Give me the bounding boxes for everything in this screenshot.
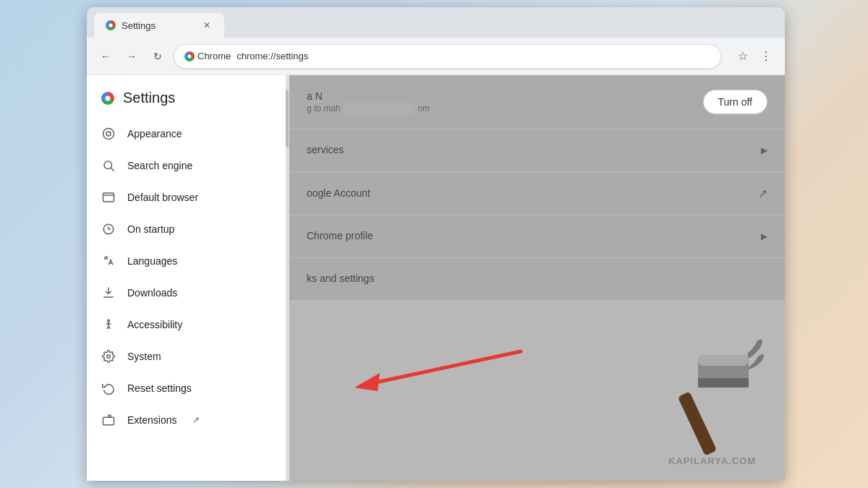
settings-sidebar: Settings Appearance: [87, 75, 289, 481]
system-icon: [101, 349, 116, 364]
extensions-icon: [101, 413, 116, 427]
services-row[interactable]: services ▶: [289, 129, 785, 172]
tab-title: Settings: [122, 20, 156, 31]
svg-point-9: [108, 320, 110, 322]
appearance-icon: [101, 127, 116, 141]
chrome-profile-arrow-icon: ▶: [761, 231, 767, 241]
main-content-panel: a N g to mah om Turn off services ▶ oogl…: [289, 75, 785, 481]
svg-point-10: [107, 355, 111, 359]
address-input-box[interactable]: Chrome chrome://settings: [174, 44, 721, 69]
url-display: chrome://settings: [237, 51, 710, 61]
sidebar-item-default-browser[interactable]: Default browser: [87, 181, 283, 213]
sidebar-item-downloads[interactable]: Downloads: [87, 277, 283, 309]
turn-off-button[interactable]: Turn off: [703, 90, 767, 114]
svg-rect-13: [698, 355, 749, 366]
chrome-profile-row[interactable]: Chrome profile ▶: [289, 215, 785, 258]
sidebar-item-appearance[interactable]: Appearance: [87, 118, 283, 150]
sidebar-header: Settings: [87, 75, 289, 118]
active-tab[interactable]: Settings ✕: [94, 13, 224, 38]
appearance-label: Appearance: [127, 128, 182, 140]
sidebar-scrollbar[interactable]: [286, 75, 289, 481]
extensions-label: Extensions: [127, 414, 176, 426]
address-bar: ← → ↻ Chrome chrome://settings ☆ ⋮: [87, 38, 785, 75]
sidebar-item-accessibility[interactable]: Accessibility: [87, 309, 283, 341]
settings-title: Settings: [123, 90, 175, 106]
svg-rect-4: [103, 193, 114, 202]
downloads-label: Downloads: [127, 287, 177, 299]
svg-point-1: [106, 132, 111, 136]
languages-label: Languages: [127, 255, 177, 267]
chrome-icon: [184, 51, 195, 61]
sidebar-item-system[interactable]: System: [87, 341, 283, 372]
svg-marker-16: [354, 373, 380, 391]
google-account-title: oogle Account: [307, 187, 758, 199]
google-account-row[interactable]: oogle Account ↗: [289, 172, 785, 215]
sync-sub: g to mah om: [307, 103, 703, 114]
accessibility-label: Accessibility: [127, 319, 182, 330]
svg-line-15: [369, 351, 521, 384]
forward-button[interactable]: →: [122, 46, 142, 67]
bookmark-button[interactable]: ☆: [733, 46, 753, 67]
search-engine-label: Search engine: [127, 160, 192, 171]
sidebar-item-languages[interactable]: Languages: [87, 245, 283, 277]
reset-settings-icon: [101, 381, 116, 395]
hammer-illustration: [655, 333, 770, 466]
chrome-menu-button[interactable]: ⋮: [756, 46, 776, 67]
google-account-text: oogle Account: [307, 187, 758, 200]
chrome-profile-title: Chrome profile: [307, 230, 761, 241]
tab-bar: Settings ✕: [87, 7, 785, 38]
default-browser-label: Default browser: [127, 192, 198, 203]
chrome-profile-text: Chrome profile: [307, 230, 761, 243]
browser-window: Settings ✕ ← → ↻ Chrome chrome://setting…: [87, 7, 785, 481]
svg-line-3: [111, 168, 114, 171]
scrollbar-thumb: [286, 90, 289, 147]
address-bar-actions: ☆ ⋮: [733, 46, 776, 67]
red-arrow-annotation: [326, 337, 528, 405]
tab-close-button[interactable]: ✕: [201, 20, 213, 31]
default-browser-icon: [101, 190, 116, 205]
sync-row: a N g to mah om Turn off: [289, 75, 785, 129]
sync-title: a N: [307, 90, 703, 102]
extensions-external-icon: ↗: [192, 415, 200, 425]
svg-rect-14: [698, 378, 749, 388]
browser-content: Settings Appearance: [87, 75, 785, 481]
reset-settings-label: Reset settings: [127, 382, 192, 394]
services-arrow-icon: ▶: [761, 145, 767, 155]
downloads-icon: [101, 286, 116, 300]
search-icon: [101, 158, 116, 173]
settings-chrome-icon: [101, 92, 114, 105]
system-label: System: [127, 351, 161, 362]
sync-text: a N g to mah om: [307, 90, 703, 114]
reload-button[interactable]: ↻: [148, 46, 168, 67]
bookmarks-settings-text: ks and settings: [307, 273, 767, 286]
sidebar-item-search-engine[interactable]: Search engine: [87, 150, 283, 181]
languages-icon: [101, 254, 116, 268]
chrome-favicon: [106, 20, 116, 30]
accessibility-icon: [101, 317, 116, 332]
on-startup-label: On startup: [127, 223, 174, 235]
bookmarks-settings-title: ks and settings: [307, 273, 767, 284]
sidebar-item-reset-settings[interactable]: Reset settings: [87, 372, 283, 404]
bookmarks-settings-row: ks and settings: [289, 258, 785, 301]
sidebar-item-on-startup[interactable]: On startup: [87, 213, 283, 245]
services-text: services: [307, 144, 761, 157]
chrome-site-indicator: Chrome: [184, 51, 231, 61]
svg-point-0: [103, 129, 114, 140]
on-startup-icon: [101, 222, 116, 236]
sidebar-item-extensions[interactable]: Extensions ↗: [87, 404, 283, 436]
svg-point-2: [104, 161, 112, 169]
services-title: services: [307, 144, 761, 155]
site-name: Chrome: [197, 51, 231, 61]
back-button[interactable]: ←: [95, 46, 116, 67]
svg-rect-11: [678, 391, 717, 455]
google-account-external-icon: ↗: [758, 187, 767, 200]
